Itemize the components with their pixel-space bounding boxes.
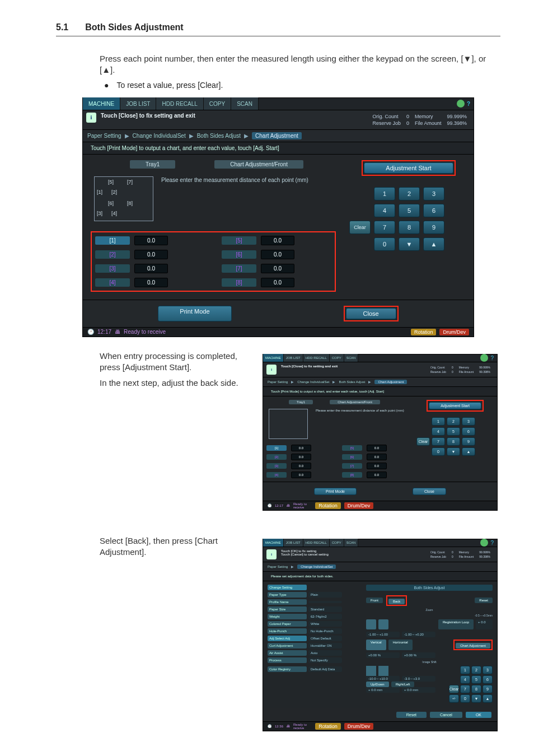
kp-8[interactable]: 8 (399, 221, 420, 234)
tab-machine[interactable]: MACHINE (83, 97, 120, 110)
val-label-7[interactable]: [7] (222, 264, 256, 273)
updown-button[interactable]: Up/Down (366, 682, 389, 687)
shift-icon-1 (366, 666, 376, 676)
kp-4[interactable]: 4 (374, 204, 395, 217)
sub-instruction: Touch [Print Mode] to output a chart, an… (83, 142, 474, 155)
tab-joblist[interactable]: JOB LIST (120, 97, 156, 110)
kp-down[interactable]: ▼ (399, 237, 420, 251)
back-button[interactable]: Back (388, 599, 405, 604)
zoom-icon-1 (366, 619, 376, 629)
printer-icon: 🖶 (115, 329, 120, 335)
print-mode-button[interactable]: Print Mode (158, 306, 231, 321)
footer-cancel-button[interactable]: Cancel (430, 712, 462, 718)
power-icon (480, 539, 488, 547)
val-1: 0.0 (134, 236, 168, 245)
adjustment-start-button[interactable]: Adjustment Start (429, 402, 481, 409)
help-icon[interactable]: ? (467, 101, 470, 107)
info-icon: i (86, 113, 96, 123)
para-nextstep: In the next step, adjust the back side. (100, 377, 249, 389)
chip-tray: Tray1 (130, 160, 175, 169)
chevron-right-icon: ▶ (125, 133, 129, 139)
chart-adjustment-button[interactable]: Chart Adjustment (456, 643, 490, 648)
info-icon: i (266, 365, 277, 375)
ui-topbar: MACHINE JOB LIST HDD RECALL COPY SCAN ? (83, 98, 474, 110)
bullet-dot: ● (104, 81, 109, 90)
crumb-both-sides[interactable]: Both Sides Adjust (197, 133, 241, 139)
bullet-text: To reset a value, press [Clear]. (116, 81, 223, 90)
front-button[interactable]: Front (366, 598, 383, 603)
footer-ok-button[interactable]: OK (466, 712, 491, 718)
info-icon: i (266, 549, 277, 559)
val-8: 0.0 (261, 278, 294, 287)
val-label-1[interactable]: [1] (95, 236, 130, 245)
val-label-8[interactable]: [8] (222, 278, 256, 287)
power-icon (457, 100, 465, 108)
shift-icon-2 (378, 666, 388, 676)
help-icon[interactable]: ? (490, 540, 494, 546)
tab-hddrecall[interactable]: HDD RECALL (156, 97, 203, 110)
val-3: 0.0 (134, 264, 168, 273)
chevron-right-icon: ▶ (189, 133, 194, 139)
clock-icon: 🕐 (87, 329, 94, 335)
val-label-2[interactable]: [2] (95, 250, 130, 259)
power-icon (480, 354, 488, 362)
kp-up[interactable]: ▲ (423, 237, 444, 251)
kp-7[interactable]: 7 (374, 221, 395, 234)
val-label-3[interactable]: [3] (95, 264, 130, 273)
vertical-button[interactable]: Vertical (366, 640, 386, 650)
diagram-msg: Please enter the measurement distance of… (161, 176, 308, 221)
info-text: Touch [Close] to fix setting and exit (101, 113, 195, 119)
value-grid: [1]0.0 [5]0.0 [2]0.0 [6]0.0 [3]0.0 [7]0.… (91, 231, 336, 292)
bullet-row: ● To reset a value, press [Clear]. (104, 81, 500, 90)
footer-reset-button[interactable]: Reset (396, 712, 427, 718)
ui-screenshot-3: MACHINE JOB LIST HDD RECALL COPY SCAN ? … (263, 539, 498, 731)
chip-mode: Chart Adjustment/Front (214, 160, 303, 169)
kp-9[interactable]: 9 (423, 221, 444, 234)
rightleft-button[interactable]: Right/Left (391, 682, 415, 687)
val-5: 0.0 (261, 236, 294, 245)
val-7: 0.0 (261, 264, 294, 273)
kp-6[interactable]: 6 (423, 204, 444, 217)
registration-button[interactable]: Registration Loop (438, 619, 474, 629)
para-select-back: Select [Back], then press [Chart Adjustm… (100, 535, 249, 558)
val-label-5[interactable]: [5] (222, 236, 256, 245)
status-drum: Drum/Dev (439, 329, 469, 335)
chevron-right-icon: ▶ (244, 133, 249, 139)
zoom-icon-2 (378, 619, 388, 629)
kp-5[interactable]: 5 (399, 204, 420, 217)
kp-3[interactable]: 3 (423, 187, 444, 200)
both-sides-head: Both Sides Adjust (366, 585, 493, 591)
ui-info-bar: i Touch [Close] to fix setting and exit … (83, 110, 474, 130)
info-stats: Orig. Count0 Memory99.999% Reserve Job0 … (369, 113, 470, 127)
val-label-4[interactable]: [4] (95, 278, 130, 287)
status-text: Ready to receive (124, 329, 166, 335)
breadcrumb: Paper Setting ▶ Change IndividualSet ▶ B… (83, 130, 474, 142)
clear-button[interactable]: Clear (349, 221, 371, 234)
ui-screenshot-1: MACHINE JOB LIST HDD RECALL COPY SCAN ? … (82, 97, 474, 337)
section-title: Both Sides Adjustment (85, 22, 183, 32)
val-label-6[interactable]: [6] (222, 250, 256, 259)
measurement-diagram: [5] [7] [1] [2] [6] [8] [3] [4] Please e… (94, 176, 332, 221)
keypad: 1 2 3 4 5 6 Clear 7 8 9 0 ▼ ▲ (349, 187, 468, 251)
kp-0[interactable]: 0 (374, 237, 395, 251)
crumb-paper-setting[interactable]: Paper Setting (87, 133, 121, 139)
status-time: 12:17 (97, 329, 111, 335)
horizontal-button[interactable]: Horizontal (388, 640, 413, 650)
tab-copy[interactable]: COPY (204, 97, 231, 110)
val-6: 0.0 (261, 250, 294, 259)
para-adjstart: When entry processing is completed, pres… (100, 351, 249, 374)
kp-2[interactable]: 2 (399, 187, 420, 200)
reset-button[interactable]: Reset (475, 598, 493, 603)
tab-scan[interactable]: SCAN (231, 97, 259, 110)
crumb-change-individual[interactable]: Change IndividualSet (133, 133, 186, 139)
val-2: 0.0 (134, 250, 168, 259)
status-rotation: Rotation (411, 329, 437, 335)
kp-1[interactable]: 1 (374, 187, 395, 200)
help-icon[interactable]: ? (490, 355, 494, 361)
adjustment-start-button[interactable]: Adjustment Start (364, 162, 453, 174)
crumb-chart-adj: Chart Adjustment (252, 132, 302, 139)
val-4: 0.0 (134, 278, 168, 287)
change-setting-tab[interactable]: Change Setting (268, 585, 307, 590)
status-bar: 🕐 12:17 🖶 Ready to receive Rotation Drum… (83, 327, 474, 337)
close-button[interactable]: Close (346, 308, 396, 319)
